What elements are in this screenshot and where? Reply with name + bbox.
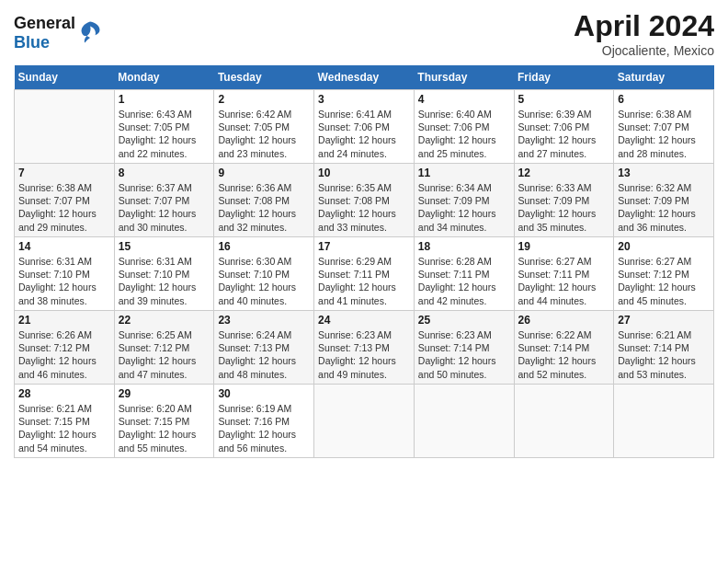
day-number: 9 [218,167,310,179]
day-info: Sunrise: 6:26 AM Sunset: 7:12 PM Dayligh… [18,328,110,381]
day-info: Sunrise: 6:23 AM Sunset: 7:14 PM Dayligh… [418,328,510,381]
day-info: Sunrise: 6:32 AM Sunset: 7:09 PM Dayligh… [618,181,710,234]
day-info: Sunrise: 6:29 AM Sunset: 7:11 PM Dayligh… [318,255,410,307]
day-info: Sunrise: 6:42 AM Sunset: 7:05 PM Dayligh… [218,108,310,160]
day-info: Sunrise: 6:33 AM Sunset: 7:09 PM Dayligh… [518,181,610,234]
day-number: 15 [119,240,210,253]
header-row: SundayMondayTuesdayWednesdayThursdayFrid… [15,65,714,90]
calendar-header: SundayMondayTuesdayWednesdayThursdayFrid… [15,65,714,90]
day-number: 2 [218,93,310,106]
day-info: Sunrise: 6:39 AM Sunset: 7:06 PM Dayligh… [518,108,610,160]
day-info: Sunrise: 6:27 AM Sunset: 7:12 PM Dayligh… [618,255,710,307]
day-info: Sunrise: 6:37 AM Sunset: 7:07 PM Dayligh… [119,181,210,234]
day-cell [414,385,514,458]
day-cell: 25Sunrise: 6:23 AM Sunset: 7:14 PM Dayli… [414,311,514,385]
header-day-sunday: Sunday [15,65,115,90]
header-day-monday: Monday [114,65,214,90]
day-info: Sunrise: 6:28 AM Sunset: 7:11 PM Dayligh… [418,255,510,307]
day-info: Sunrise: 6:23 AM Sunset: 7:13 PM Dayligh… [318,328,410,381]
day-number: 28 [18,387,110,400]
day-cell: 12Sunrise: 6:33 AM Sunset: 7:09 PM Dayli… [514,164,614,237]
day-cell [614,385,714,458]
day-cell: 11Sunrise: 6:34 AM Sunset: 7:09 PM Dayli… [414,164,514,237]
header-day-tuesday: Tuesday [214,65,314,90]
day-cell: 16Sunrise: 6:30 AM Sunset: 7:10 PM Dayli… [214,237,314,311]
day-cell: 13Sunrise: 6:32 AM Sunset: 7:09 PM Dayli… [614,164,714,237]
logo-general: General [14,14,75,33]
day-cell: 24Sunrise: 6:23 AM Sunset: 7:13 PM Dayli… [314,311,415,385]
week-row-5: 28Sunrise: 6:21 AM Sunset: 7:15 PM Dayli… [15,385,714,458]
day-cell: 5Sunrise: 6:39 AM Sunset: 7:06 PM Daylig… [514,90,614,164]
day-info: Sunrise: 6:41 AM Sunset: 7:06 PM Dayligh… [318,108,410,160]
week-row-4: 21Sunrise: 6:26 AM Sunset: 7:12 PM Dayli… [15,311,714,385]
day-number: 18 [418,240,510,253]
week-row-1: 1Sunrise: 6:43 AM Sunset: 7:05 PM Daylig… [15,90,714,164]
day-cell: 18Sunrise: 6:28 AM Sunset: 7:11 PM Dayli… [414,237,514,311]
day-info: Sunrise: 6:36 AM Sunset: 7:08 PM Dayligh… [218,181,310,234]
day-number: 27 [618,314,710,327]
day-cell: 10Sunrise: 6:35 AM Sunset: 7:08 PM Dayli… [314,164,415,237]
day-info: Sunrise: 6:35 AM Sunset: 7:08 PM Dayligh… [318,181,410,234]
logo-bird-icon [77,18,103,44]
day-cell: 14Sunrise: 6:31 AM Sunset: 7:10 PM Dayli… [15,237,115,311]
day-info: Sunrise: 6:21 AM Sunset: 7:14 PM Dayligh… [618,328,710,381]
week-row-3: 14Sunrise: 6:31 AM Sunset: 7:10 PM Dayli… [15,237,714,311]
day-cell: 21Sunrise: 6:26 AM Sunset: 7:12 PM Dayli… [15,311,115,385]
day-cell: 1Sunrise: 6:43 AM Sunset: 7:05 PM Daylig… [114,90,214,164]
day-info: Sunrise: 6:38 AM Sunset: 7:07 PM Dayligh… [18,181,110,234]
day-number: 23 [218,314,310,327]
day-cell [15,90,115,164]
day-number: 21 [18,314,110,327]
header-day-thursday: Thursday [414,65,514,90]
day-cell: 7Sunrise: 6:38 AM Sunset: 7:07 PM Daylig… [15,164,115,237]
header-day-wednesday: Wednesday [314,65,415,90]
day-cell: 22Sunrise: 6:25 AM Sunset: 7:12 PM Dayli… [114,311,214,385]
day-cell [514,385,614,458]
day-cell: 9Sunrise: 6:36 AM Sunset: 7:08 PM Daylig… [214,164,314,237]
logo: General Blue [14,14,103,52]
day-info: Sunrise: 6:40 AM Sunset: 7:06 PM Dayligh… [418,108,510,160]
day-number: 11 [418,167,510,179]
day-info: Sunrise: 6:25 AM Sunset: 7:12 PM Dayligh… [119,328,210,381]
day-cell: 28Sunrise: 6:21 AM Sunset: 7:15 PM Dayli… [15,385,115,458]
day-info: Sunrise: 6:31 AM Sunset: 7:10 PM Dayligh… [18,255,110,307]
day-number: 5 [518,93,610,106]
day-number: 10 [318,167,410,179]
day-number: 19 [518,240,610,253]
calendar-body: 1Sunrise: 6:43 AM Sunset: 7:05 PM Daylig… [15,90,714,458]
day-number: 7 [18,167,110,179]
day-info: Sunrise: 6:24 AM Sunset: 7:13 PM Dayligh… [218,328,310,381]
day-number: 6 [618,93,710,106]
day-cell: 30Sunrise: 6:19 AM Sunset: 7:16 PM Dayli… [214,385,314,458]
day-cell: 19Sunrise: 6:27 AM Sunset: 7:11 PM Dayli… [514,237,614,311]
day-cell: 27Sunrise: 6:21 AM Sunset: 7:14 PM Dayli… [614,311,714,385]
calendar-table: SundayMondayTuesdayWednesdayThursdayFrid… [14,65,714,458]
day-info: Sunrise: 6:27 AM Sunset: 7:11 PM Dayligh… [518,255,610,307]
day-info: Sunrise: 6:22 AM Sunset: 7:14 PM Dayligh… [518,328,610,381]
title-block: April 2024 Ojocaliente, Mexico [574,9,714,58]
logo-blue: Blue [14,33,75,52]
day-number: 13 [618,167,710,179]
day-cell [314,385,415,458]
month-title: April 2024 [574,9,714,43]
day-cell: 8Sunrise: 6:37 AM Sunset: 7:07 PM Daylig… [114,164,214,237]
day-info: Sunrise: 6:30 AM Sunset: 7:10 PM Dayligh… [218,255,310,307]
day-info: Sunrise: 6:19 AM Sunset: 7:16 PM Dayligh… [218,402,310,454]
day-info: Sunrise: 6:43 AM Sunset: 7:05 PM Dayligh… [119,108,210,160]
day-info: Sunrise: 6:31 AM Sunset: 7:10 PM Dayligh… [119,255,210,307]
day-cell: 20Sunrise: 6:27 AM Sunset: 7:12 PM Dayli… [614,237,714,311]
header: General Blue April 2024 Ojocaliente, Mex… [14,9,714,58]
day-number: 16 [218,240,310,253]
day-number: 3 [318,93,410,106]
logo-text: General Blue [14,14,75,52]
day-number: 8 [119,167,210,179]
day-number: 24 [318,314,410,327]
day-number: 26 [518,314,610,327]
day-info: Sunrise: 6:34 AM Sunset: 7:09 PM Dayligh… [418,181,510,234]
day-number: 17 [318,240,410,253]
location-title: Ojocaliente, Mexico [574,43,714,58]
header-day-friday: Friday [514,65,614,90]
day-number: 1 [119,93,210,106]
day-number: 4 [418,93,510,106]
day-info: Sunrise: 6:38 AM Sunset: 7:07 PM Dayligh… [618,108,710,160]
